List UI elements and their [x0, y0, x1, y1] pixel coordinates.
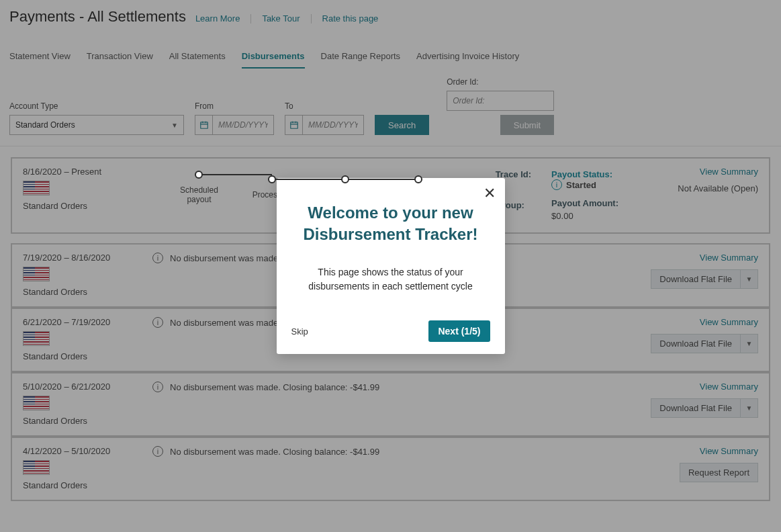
modal-title: Welcome to your new Disbursement Tracker…	[291, 202, 490, 246]
tour-overlay: ✕ Welcome to your new Disbursement Track…	[0, 0, 781, 532]
modal-body: This page shows the status of your disbu…	[295, 265, 486, 294]
skip-button[interactable]: Skip	[291, 326, 308, 337]
close-icon[interactable]: ✕	[484, 186, 496, 201]
tour-modal: ✕ Welcome to your new Disbursement Track…	[277, 178, 505, 355]
next-button[interactable]: Next (1/5)	[428, 320, 490, 342]
